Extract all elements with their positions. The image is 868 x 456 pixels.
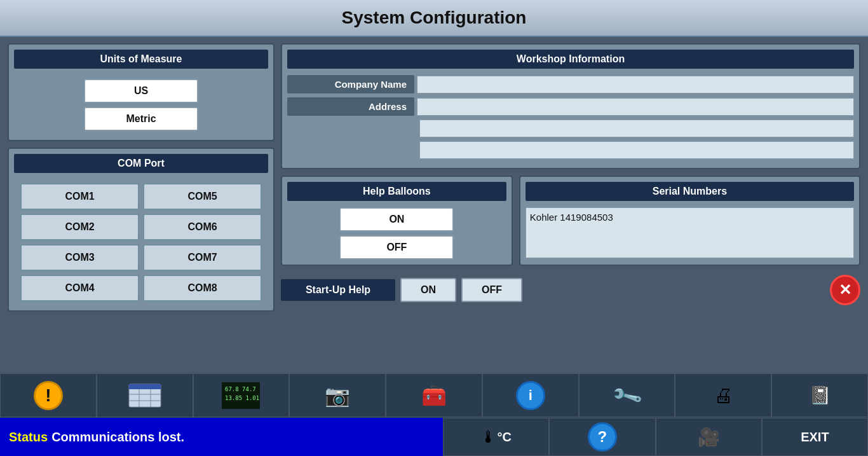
units-panel-header: Units of Measure bbox=[14, 50, 268, 69]
info-icon: i bbox=[516, 381, 545, 410]
header: System Configuration bbox=[0, 0, 868, 37]
help-button[interactable]: ? bbox=[549, 418, 655, 456]
serial-numbers-header: Serial Numbers bbox=[526, 182, 854, 201]
main-content: Units of Measure US Metric COM Port COM1… bbox=[0, 37, 868, 387]
com7-button[interactable]: COM7 bbox=[143, 244, 262, 271]
toolbar-icons-row: ! 67.8 74.7 13.85 1.015 📷 🧰 bbox=[0, 373, 868, 418]
close-button[interactable]: ✕ bbox=[830, 275, 860, 305]
address-input-3[interactable] bbox=[419, 141, 854, 159]
serial-numbers-content: Kohler 1419084503 bbox=[526, 207, 854, 258]
serial-numbers-panel: Serial Numbers Kohler 1419084503 bbox=[519, 176, 860, 266]
com3-button[interactable]: COM3 bbox=[20, 244, 139, 271]
printer-icon: 🖨 bbox=[714, 385, 733, 406]
warning-icon: ! bbox=[34, 381, 63, 410]
data-table-icon bbox=[128, 383, 162, 408]
left-panel: Units of Measure US Metric COM Port COM1… bbox=[8, 43, 275, 380]
camera-icon: 📷 bbox=[325, 383, 350, 408]
units-of-measure-panel: Units of Measure US Metric bbox=[8, 43, 275, 141]
units-buttons-group: US Metric bbox=[14, 75, 268, 135]
company-name-label: Company Name bbox=[287, 75, 414, 93]
page-title: System Configuration bbox=[0, 8, 868, 28]
help-balloons-header: Help Balloons bbox=[287, 182, 506, 201]
startup-help-off-button[interactable]: OFF bbox=[461, 278, 522, 302]
address-row-3 bbox=[417, 141, 854, 159]
workshop-panel: Workshop Information Company Name Addres… bbox=[281, 43, 860, 169]
startup-help-on-button[interactable]: ON bbox=[400, 278, 456, 302]
bottom-icons-row: 🌡 °C ? 🎥 EXIT bbox=[443, 418, 868, 456]
video-camera-icon: 🎥 bbox=[698, 427, 720, 448]
camera-toolbar-button[interactable]: 📷 bbox=[289, 373, 386, 417]
com4-button[interactable]: COM4 bbox=[20, 275, 139, 301]
help-balloons-on-button[interactable]: ON bbox=[339, 207, 454, 231]
toolbar-status-row: StatusCommunications lost. 🌡 °C ? 🎥 EXIT bbox=[0, 418, 868, 456]
info-toolbar-button[interactable]: i bbox=[482, 373, 579, 417]
wrench-toolbar-button[interactable]: 🔧 bbox=[579, 373, 675, 417]
right-panel: Workshop Information Company Name Addres… bbox=[281, 43, 860, 380]
status-text: StatusCommunications lost. bbox=[9, 430, 184, 445]
notebook-icon: 📓 bbox=[809, 385, 831, 406]
com2-button[interactable]: COM2 bbox=[20, 214, 139, 240]
gauge-icon: 67.8 74.7 13.85 1.015 bbox=[222, 382, 260, 409]
address-label: Address bbox=[287, 97, 414, 116]
data-table-toolbar-button[interactable] bbox=[97, 373, 193, 417]
thermometer-icon: 🌡 bbox=[480, 427, 497, 447]
com-port-panel: COM Port COM1 COM5 COM2 COM6 COM3 COM7 C… bbox=[8, 148, 275, 312]
toolbox-icon: 🧰 bbox=[421, 383, 447, 408]
com8-button[interactable]: COM8 bbox=[143, 275, 262, 301]
bottom-row: Help Balloons ON OFF Serial Numbers Kohl… bbox=[281, 176, 860, 266]
com6-button[interactable]: COM6 bbox=[143, 214, 262, 240]
status-message: Communications lost. bbox=[51, 430, 184, 444]
status-bar: StatusCommunications lost. bbox=[0, 418, 443, 456]
svg-text:13.85   1.015: 13.85 1.015 bbox=[225, 395, 260, 401]
address-row: Address bbox=[287, 97, 854, 116]
printer-toolbar-button[interactable]: 🖨 bbox=[675, 373, 771, 417]
exit-label: EXIT bbox=[801, 430, 829, 445]
startup-help-label: Start-Up Help bbox=[281, 279, 395, 301]
bottom-toolbar: ! 67.8 74.7 13.85 1.015 📷 🧰 bbox=[0, 373, 868, 456]
company-name-input[interactable] bbox=[417, 76, 854, 93]
us-unit-button[interactable]: US bbox=[84, 79, 198, 103]
video-camera-button[interactable]: 🎥 bbox=[656, 418, 762, 456]
address-row-2 bbox=[417, 120, 854, 137]
thermometer-celsius-button[interactable]: 🌡 °C bbox=[443, 418, 549, 456]
help-balloons-buttons: ON OFF bbox=[287, 207, 506, 259]
exit-button[interactable]: EXIT bbox=[762, 418, 868, 456]
svg-rect-1 bbox=[129, 384, 161, 389]
metric-unit-button[interactable]: Metric bbox=[84, 107, 198, 131]
wrench-icon: 🔧 bbox=[610, 378, 644, 412]
com5-button[interactable]: COM5 bbox=[143, 183, 262, 210]
notebook-toolbar-button[interactable]: 📓 bbox=[771, 373, 868, 417]
help-icon: ? bbox=[588, 422, 617, 452]
com-grid: COM1 COM5 COM2 COM6 COM3 COM7 COM4 COM8 bbox=[14, 179, 268, 305]
warning-toolbar-button[interactable]: ! bbox=[0, 373, 97, 417]
address-input-1[interactable] bbox=[417, 98, 854, 116]
address-input-2[interactable] bbox=[419, 120, 854, 137]
help-balloons-panel: Help Balloons ON OFF bbox=[281, 176, 513, 266]
svg-text:67.8   74.7: 67.8 74.7 bbox=[225, 386, 256, 392]
startup-help-row: Start-Up Help ON OFF ✕ bbox=[281, 275, 860, 305]
help-balloons-off-button[interactable]: OFF bbox=[339, 235, 454, 259]
workshop-header: Workshop Information bbox=[287, 50, 854, 69]
close-icon: ✕ bbox=[839, 281, 851, 299]
gauge-toolbar-button[interactable]: 67.8 74.7 13.85 1.015 bbox=[193, 373, 290, 417]
com1-button[interactable]: COM1 bbox=[20, 183, 139, 210]
com-port-header: COM Port bbox=[14, 154, 268, 173]
status-label: Status bbox=[9, 430, 48, 444]
company-name-row: Company Name bbox=[287, 75, 854, 93]
toolbox-toolbar-button[interactable]: 🧰 bbox=[386, 373, 482, 417]
celsius-label: °C bbox=[497, 430, 511, 445]
